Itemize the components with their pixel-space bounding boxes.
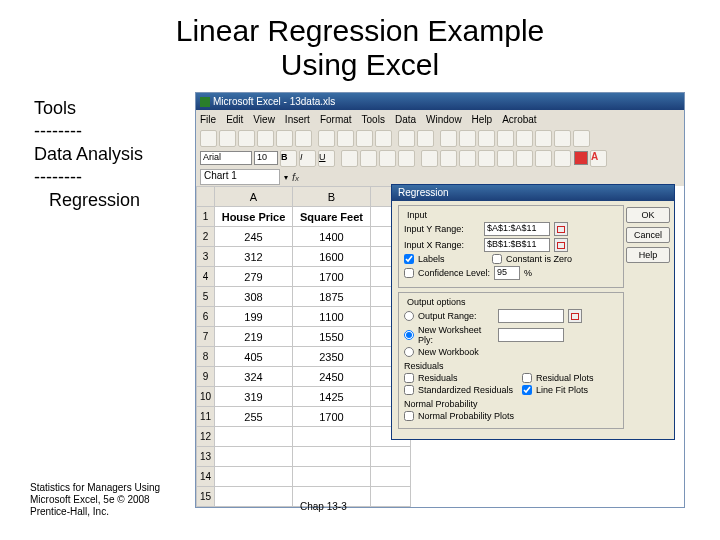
row-header[interactable]: 11 bbox=[197, 407, 215, 427]
cancel-button[interactable]: Cancel bbox=[626, 227, 670, 243]
cell[interactable]: Square Feet bbox=[293, 207, 371, 227]
dec-dec-icon[interactable] bbox=[497, 150, 514, 167]
cell[interactable]: 1550 bbox=[293, 327, 371, 347]
row-header[interactable]: 2 bbox=[197, 227, 215, 247]
cell[interactable]: 324 bbox=[215, 367, 293, 387]
menu-acrobat[interactable]: Acrobat bbox=[502, 114, 536, 125]
bold-icon[interactable]: B bbox=[280, 150, 297, 167]
align-left-icon[interactable] bbox=[341, 150, 358, 167]
select-all-corner[interactable] bbox=[197, 187, 215, 207]
dec-inc-icon[interactable] bbox=[478, 150, 495, 167]
menu-window[interactable]: Window bbox=[426, 114, 462, 125]
confidence-checkbox[interactable] bbox=[404, 268, 414, 278]
row-header[interactable]: 6 bbox=[197, 307, 215, 327]
print-icon[interactable] bbox=[257, 130, 274, 147]
cell[interactable] bbox=[293, 447, 371, 467]
x-range-input[interactable]: $B$1:$B$11 bbox=[484, 238, 550, 252]
fx-icon[interactable]: fx bbox=[292, 171, 299, 183]
cell[interactable] bbox=[293, 467, 371, 487]
autosum-icon[interactable] bbox=[459, 130, 476, 147]
cell[interactable]: 1425 bbox=[293, 387, 371, 407]
cell[interactable]: 1700 bbox=[293, 407, 371, 427]
x-range-ref-icon[interactable] bbox=[554, 238, 568, 252]
cell[interactable] bbox=[293, 427, 371, 447]
new-icon[interactable] bbox=[200, 130, 217, 147]
merge-icon[interactable] bbox=[398, 150, 415, 167]
row-header[interactable]: 7 bbox=[197, 327, 215, 347]
new-worksheet-input[interactable] bbox=[498, 328, 564, 342]
cut-icon[interactable] bbox=[318, 130, 335, 147]
row-header[interactable]: 1 bbox=[197, 207, 215, 227]
new-worksheet-radio[interactable] bbox=[404, 330, 414, 340]
residual-plots-checkbox[interactable] bbox=[522, 373, 532, 383]
fill-color-icon[interactable] bbox=[574, 151, 588, 165]
row-header[interactable]: 3 bbox=[197, 247, 215, 267]
y-range-ref-icon[interactable] bbox=[554, 222, 568, 236]
save-icon[interactable] bbox=[238, 130, 255, 147]
cell[interactable]: 1600 bbox=[293, 247, 371, 267]
redo-icon[interactable] bbox=[417, 130, 434, 147]
cell[interactable] bbox=[215, 467, 293, 487]
align-right-icon[interactable] bbox=[379, 150, 396, 167]
name-box[interactable]: Chart 1 bbox=[200, 169, 280, 185]
menu-data[interactable]: Data bbox=[395, 114, 416, 125]
row-header[interactable]: 10 bbox=[197, 387, 215, 407]
percent-icon[interactable] bbox=[440, 150, 457, 167]
currency-icon[interactable] bbox=[421, 150, 438, 167]
open-icon[interactable] bbox=[219, 130, 236, 147]
help-icon[interactable] bbox=[573, 130, 590, 147]
col-header-B[interactable]: B bbox=[293, 187, 371, 207]
col-header-A[interactable]: A bbox=[215, 187, 293, 207]
cell[interactable]: 245 bbox=[215, 227, 293, 247]
cell[interactable]: 255 bbox=[215, 407, 293, 427]
indent-dec-icon[interactable] bbox=[516, 150, 533, 167]
menu-insert[interactable]: Insert bbox=[285, 114, 310, 125]
sort-asc-icon[interactable] bbox=[478, 130, 495, 147]
menu-help[interactable]: Help bbox=[472, 114, 493, 125]
borders-icon[interactable] bbox=[554, 150, 571, 167]
sort-desc-icon[interactable] bbox=[497, 130, 514, 147]
namebox-dropdown-icon[interactable]: ▾ bbox=[284, 173, 288, 182]
cell[interactable]: 1400 bbox=[293, 227, 371, 247]
cell[interactable]: 199 bbox=[215, 307, 293, 327]
indent-inc-icon[interactable] bbox=[535, 150, 552, 167]
cell[interactable] bbox=[371, 467, 411, 487]
copy-icon[interactable] bbox=[337, 130, 354, 147]
undo-icon[interactable] bbox=[398, 130, 415, 147]
normal-prob-checkbox[interactable] bbox=[404, 411, 414, 421]
cell[interactable]: House Price bbox=[215, 207, 293, 227]
font-select[interactable]: Arial bbox=[200, 151, 252, 165]
worksheet-grid[interactable]: A B 1 House Price Square Feet 22451400 3… bbox=[196, 186, 411, 507]
zoom-icon[interactable] bbox=[554, 130, 571, 147]
confidence-input[interactable]: 95 bbox=[494, 266, 520, 280]
help-button[interactable]: Help bbox=[626, 247, 670, 263]
row-header[interactable]: 4 bbox=[197, 267, 215, 287]
new-workbook-radio[interactable] bbox=[404, 347, 414, 357]
std-residuals-checkbox[interactable] bbox=[404, 385, 414, 395]
font-color-icon[interactable]: A bbox=[590, 150, 607, 167]
spell-icon[interactable] bbox=[295, 130, 312, 147]
output-range-radio[interactable] bbox=[404, 311, 414, 321]
constant-zero-checkbox[interactable] bbox=[492, 254, 502, 264]
menu-tools[interactable]: Tools bbox=[362, 114, 385, 125]
cell[interactable]: 279 bbox=[215, 267, 293, 287]
cell[interactable]: 319 bbox=[215, 387, 293, 407]
ok-button[interactable]: OK bbox=[626, 207, 670, 223]
cell[interactable]: 405 bbox=[215, 347, 293, 367]
italic-icon[interactable]: I bbox=[299, 150, 316, 167]
cell[interactable]: 312 bbox=[215, 247, 293, 267]
align-center-icon[interactable] bbox=[360, 150, 377, 167]
cell[interactable]: 1100 bbox=[293, 307, 371, 327]
cell[interactable]: 219 bbox=[215, 327, 293, 347]
hyperlink-icon[interactable] bbox=[440, 130, 457, 147]
row-header[interactable]: 5 bbox=[197, 287, 215, 307]
y-range-input[interactable]: $A$1:$A$11 bbox=[484, 222, 550, 236]
chart-wizard-icon[interactable] bbox=[516, 130, 533, 147]
comma-icon[interactable] bbox=[459, 150, 476, 167]
menu-format[interactable]: Format bbox=[320, 114, 352, 125]
font-size-select[interactable]: 10 bbox=[254, 151, 278, 165]
output-range-input[interactable] bbox=[498, 309, 564, 323]
row-header[interactable]: 13 bbox=[197, 447, 215, 467]
menu-edit[interactable]: Edit bbox=[226, 114, 243, 125]
cell[interactable]: 1875 bbox=[293, 287, 371, 307]
